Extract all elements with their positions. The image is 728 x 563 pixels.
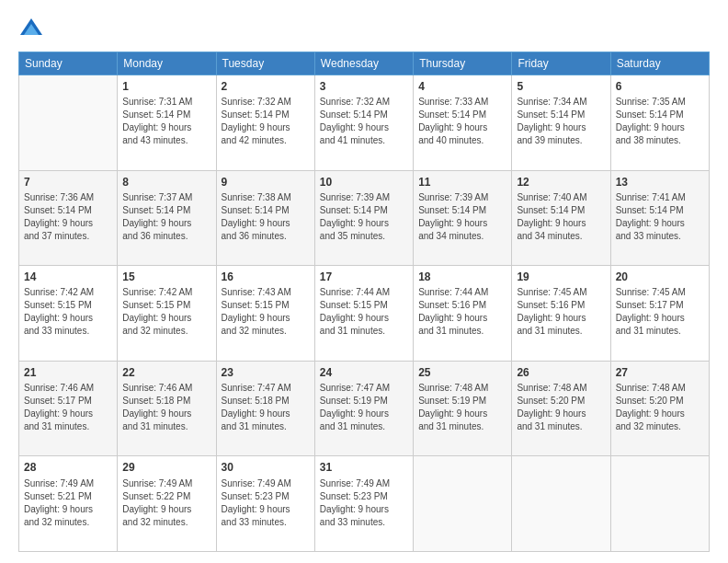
calendar-cell: 27Sunrise: 7:48 AMSunset: 5:20 PMDayligh… [610,361,709,456]
calendar-cell: 20Sunrise: 7:45 AMSunset: 5:17 PMDayligh… [610,266,709,362]
calendar-header-friday: Friday [512,52,610,75]
day-info: Sunrise: 7:37 AMSunset: 5:14 PMDaylight:… [122,191,210,243]
day-info: Sunrise: 7:38 AMSunset: 5:14 PMDaylight:… [222,191,310,243]
day-info: Sunrise: 7:49 AMSunset: 5:22 PMDaylight:… [122,477,210,529]
day-info: Sunrise: 7:42 AMSunset: 5:15 PMDaylight:… [24,286,112,338]
calendar-cell: 24Sunrise: 7:47 AMSunset: 5:19 PMDayligh… [314,361,413,456]
logo [18,17,48,42]
logo-icon [18,17,44,42]
day-number: 21 [24,365,112,380]
day-number: 20 [616,270,704,284]
calendar-cell: 16Sunrise: 7:43 AMSunset: 5:15 PMDayligh… [216,266,314,362]
day-number: 28 [24,460,112,475]
day-number: 22 [122,365,210,380]
calendar-cell: 22Sunrise: 7:46 AMSunset: 5:18 PMDayligh… [118,361,216,456]
day-number: 13 [616,175,704,190]
calendar-header-monday: Monday [118,52,216,75]
calendar-table: SundayMondayTuesdayWednesdayThursdayFrid… [18,52,710,552]
day-info: Sunrise: 7:41 AMSunset: 5:14 PMDaylight:… [616,191,704,243]
day-info: Sunrise: 7:39 AMSunset: 5:14 PMDaylight:… [320,191,408,243]
calendar-week-3: 14Sunrise: 7:42 AMSunset: 5:15 PMDayligh… [19,266,710,362]
calendar-cell: 9Sunrise: 7:38 AMSunset: 5:14 PMDaylight… [216,170,314,266]
day-number: 25 [418,365,506,380]
calendar-cell: 2Sunrise: 7:32 AMSunset: 5:14 PMDaylight… [216,75,314,171]
day-info: Sunrise: 7:35 AMSunset: 5:14 PMDaylight:… [616,96,704,147]
day-number: 6 [616,79,704,94]
day-info: Sunrise: 7:39 AMSunset: 5:14 PMDaylight:… [418,191,506,243]
calendar-cell: 30Sunrise: 7:49 AMSunset: 5:23 PMDayligh… [216,456,314,552]
calendar-cell: 19Sunrise: 7:45 AMSunset: 5:16 PMDayligh… [512,266,610,362]
day-number: 8 [122,175,210,190]
day-info: Sunrise: 7:42 AMSunset: 5:15 PMDaylight:… [122,286,210,338]
calendar-cell: 5Sunrise: 7:34 AMSunset: 5:14 PMDaylight… [512,75,610,171]
calendar-cell: 7Sunrise: 7:36 AMSunset: 5:14 PMDaylight… [19,170,118,266]
calendar-header-row: SundayMondayTuesdayWednesdayThursdayFrid… [19,52,710,75]
day-number: 27 [616,365,704,380]
day-info: Sunrise: 7:43 AMSunset: 5:15 PMDaylight:… [222,286,310,338]
day-info: Sunrise: 7:47 AMSunset: 5:18 PMDaylight:… [222,382,310,433]
day-number: 14 [24,270,112,284]
day-number: 9 [222,175,310,190]
day-info: Sunrise: 7:44 AMSunset: 5:16 PMDaylight:… [418,286,506,338]
day-info: Sunrise: 7:48 AMSunset: 5:20 PMDaylight:… [517,382,605,433]
calendar-cell: 26Sunrise: 7:48 AMSunset: 5:20 PMDayligh… [512,361,610,456]
day-info: Sunrise: 7:46 AMSunset: 5:18 PMDaylight:… [122,382,210,433]
calendar-cell: 12Sunrise: 7:40 AMSunset: 5:14 PMDayligh… [512,170,610,266]
day-number: 15 [122,270,210,284]
day-info: Sunrise: 7:32 AMSunset: 5:14 PMDaylight:… [222,96,310,147]
day-number: 1 [122,79,210,94]
calendar-cell: 13Sunrise: 7:41 AMSunset: 5:14 PMDayligh… [610,170,709,266]
calendar-cell: 4Sunrise: 7:33 AMSunset: 5:14 PMDaylight… [414,75,512,171]
calendar-header-thursday: Thursday [414,52,512,75]
calendar-cell: 15Sunrise: 7:42 AMSunset: 5:15 PMDayligh… [118,266,216,362]
day-info: Sunrise: 7:40 AMSunset: 5:14 PMDaylight:… [517,191,605,243]
calendar-cell: 10Sunrise: 7:39 AMSunset: 5:14 PMDayligh… [314,170,413,266]
calendar-header-tuesday: Tuesday [216,52,314,75]
day-info: Sunrise: 7:46 AMSunset: 5:17 PMDaylight:… [24,382,112,433]
day-info: Sunrise: 7:48 AMSunset: 5:19 PMDaylight:… [418,382,506,433]
day-number: 17 [320,270,408,284]
day-number: 2 [222,79,310,94]
calendar-header-saturday: Saturday [610,52,709,75]
calendar-cell: 31Sunrise: 7:49 AMSunset: 5:23 PMDayligh… [314,456,413,552]
day-info: Sunrise: 7:49 AMSunset: 5:23 PMDaylight:… [320,477,408,529]
day-number: 7 [24,175,112,190]
calendar-cell [610,456,709,552]
calendar-cell: 21Sunrise: 7:46 AMSunset: 5:17 PMDayligh… [19,361,118,456]
calendar-header-sunday: Sunday [19,52,118,75]
day-info: Sunrise: 7:32 AMSunset: 5:14 PMDaylight:… [320,96,408,147]
day-info: Sunrise: 7:44 AMSunset: 5:15 PMDaylight:… [320,286,408,338]
calendar-cell: 18Sunrise: 7:44 AMSunset: 5:16 PMDayligh… [414,266,512,362]
day-number: 30 [222,460,310,475]
calendar-cell: 25Sunrise: 7:48 AMSunset: 5:19 PMDayligh… [414,361,512,456]
calendar-cell: 28Sunrise: 7:49 AMSunset: 5:21 PMDayligh… [19,456,118,552]
day-info: Sunrise: 7:48 AMSunset: 5:20 PMDaylight:… [616,382,704,433]
calendar-week-5: 28Sunrise: 7:49 AMSunset: 5:21 PMDayligh… [19,456,710,552]
calendar-cell: 6Sunrise: 7:35 AMSunset: 5:14 PMDaylight… [610,75,709,171]
day-info: Sunrise: 7:36 AMSunset: 5:14 PMDaylight:… [24,191,112,243]
calendar-header-wednesday: Wednesday [314,52,413,75]
day-info: Sunrise: 7:33 AMSunset: 5:14 PMDaylight:… [418,96,506,147]
calendar-week-2: 7Sunrise: 7:36 AMSunset: 5:14 PMDaylight… [19,170,710,266]
calendar-week-1: 1Sunrise: 7:31 AMSunset: 5:14 PMDaylight… [19,75,710,171]
day-number: 31 [320,460,408,475]
day-number: 26 [517,365,605,380]
calendar-cell: 8Sunrise: 7:37 AMSunset: 5:14 PMDaylight… [118,170,216,266]
page: SundayMondayTuesdayWednesdayThursdayFrid… [0,0,728,563]
day-info: Sunrise: 7:49 AMSunset: 5:21 PMDaylight:… [24,477,112,529]
calendar-cell: 29Sunrise: 7:49 AMSunset: 5:22 PMDayligh… [118,456,216,552]
day-number: 5 [517,79,605,94]
calendar-cell [512,456,610,552]
day-number: 12 [517,175,605,190]
day-number: 16 [222,270,310,284]
day-number: 10 [320,175,408,190]
calendar-cell [414,456,512,552]
day-number: 3 [320,79,408,94]
calendar-week-4: 21Sunrise: 7:46 AMSunset: 5:17 PMDayligh… [19,361,710,456]
calendar-cell [19,75,118,171]
calendar-cell: 3Sunrise: 7:32 AMSunset: 5:14 PMDaylight… [314,75,413,171]
calendar-cell: 14Sunrise: 7:42 AMSunset: 5:15 PMDayligh… [19,266,118,362]
day-info: Sunrise: 7:49 AMSunset: 5:23 PMDaylight:… [222,477,310,529]
day-number: 11 [418,175,506,190]
day-number: 4 [418,79,506,94]
